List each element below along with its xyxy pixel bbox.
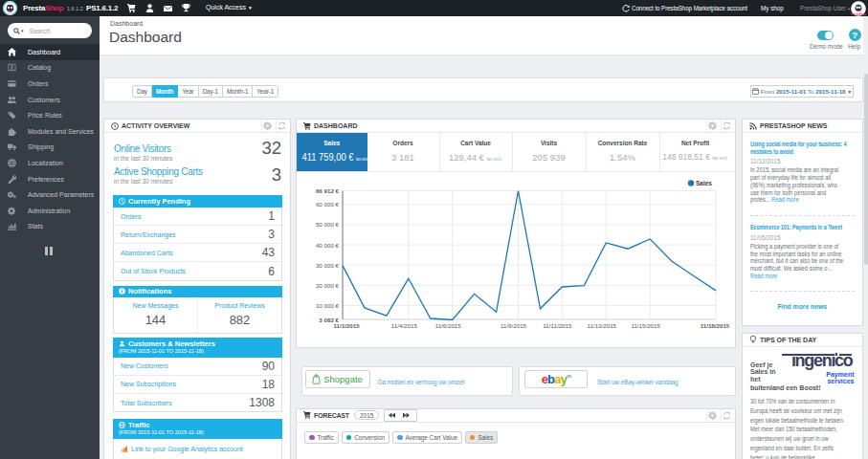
svg-text:11/15/2015: 11/15/2015 [631,321,660,328]
svg-text:40 000 €: 40 000 € [316,241,340,248]
svg-text:11/9/2015: 11/9/2015 [501,321,527,328]
svg-text:11/1/2015: 11/1/2015 [333,321,360,328]
svg-text:11/4/2015: 11/4/2015 [391,321,418,328]
svg-text:66 912 €: 66 912 € [316,187,340,194]
svg-text:20 000 €: 20 000 € [316,281,340,288]
svg-text:11/6/2015: 11/6/2015 [435,321,462,328]
svg-text:10 000 €: 10 000 € [316,302,340,309]
svg-text:30 000 €: 30 000 € [316,261,340,268]
svg-text:Sales: Sales [696,180,712,186]
svg-text:60 000 €: 60 000 € [316,201,340,208]
svg-text:11/13/2015: 11/13/2015 [588,321,617,328]
svg-text:PrestaShop: PrestaShop [851,12,866,16]
svg-text:11/18/2015: 11/18/2015 [701,321,730,328]
svg-text:11/11/2015: 11/11/2015 [543,321,572,328]
svg-text:50 000 €: 50 000 € [316,221,340,228]
